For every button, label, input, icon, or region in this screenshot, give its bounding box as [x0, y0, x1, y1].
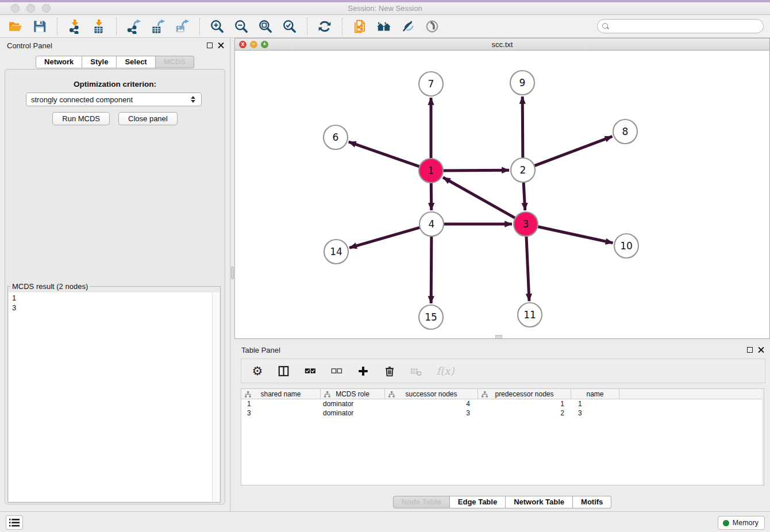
import-network-icon[interactable]: [63, 17, 87, 36]
splitter-grip[interactable]: [231, 267, 234, 279]
table-cell[interactable]: 1: [241, 399, 321, 408]
canvas-divider-grip[interactable]: [495, 335, 502, 338]
optimization-criterion-label: Optimization criterion:: [5, 80, 225, 88]
graph-node-10[interactable]: 10: [614, 234, 638, 258]
network-window-close-icon[interactable]: x: [239, 41, 247, 48]
tab-style[interactable]: Style: [82, 56, 117, 68]
table-cell[interactable]: 1: [478, 399, 571, 408]
save-session-icon[interactable]: [28, 17, 52, 36]
deselect-all-columns-icon[interactable]: [330, 364, 344, 378]
svg-text:14: 14: [330, 246, 342, 257]
tab-motifs[interactable]: Motifs: [573, 496, 611, 508]
table-cell[interactable]: 3: [571, 408, 619, 418]
edge-1-6[interactable]: [349, 142, 421, 167]
table-options-icon[interactable]: ⚙: [251, 364, 264, 378]
graph-node-2[interactable]: 2: [511, 158, 535, 182]
edge-4-15[interactable]: [431, 235, 432, 303]
edge-2-9[interactable]: [522, 97, 523, 159]
import-table-icon[interactable]: [87, 17, 111, 36]
graph-node-7[interactable]: 7: [419, 72, 443, 96]
zoom-fit-icon[interactable]: [253, 17, 278, 36]
table-cell[interactable]: 4: [385, 399, 478, 408]
table-cell[interactable]: 2: [478, 408, 571, 418]
vertical-splitter[interactable]: [230, 38, 234, 511]
refresh-layout-icon[interactable]: [313, 17, 337, 36]
graph-node-14[interactable]: 14: [324, 240, 348, 264]
edge-4-14[interactable]: [349, 227, 421, 248]
table-cell[interactable]: 3: [241, 408, 321, 418]
control-panel: Control Panel NetworkStyleSelectMCDS Opt…: [0, 38, 230, 511]
table-cell[interactable]: dominator: [321, 399, 385, 408]
zoom-out-icon[interactable]: [229, 17, 253, 36]
edge-2-3[interactable]: [523, 181, 525, 210]
cyndex-save-icon[interactable]: [396, 17, 420, 36]
main-toolbar: [0, 15, 770, 38]
tab-network-table[interactable]: Network Table: [506, 496, 573, 508]
list-icon: [9, 519, 20, 527]
network-window-minimize-icon[interactable]: −: [250, 41, 257, 48]
hide-graphics-icon[interactable]: [420, 17, 444, 36]
float-panel-icon[interactable]: [207, 43, 213, 48]
network-window-zoom-icon[interactable]: +: [261, 41, 268, 48]
export-image-icon[interactable]: [170, 17, 194, 36]
result-scrollbar[interactable]: [212, 292, 220, 502]
add-row-icon[interactable]: [356, 364, 370, 378]
zoom-selected-icon[interactable]: [278, 17, 302, 36]
graph-node-15[interactable]: 15: [419, 305, 443, 329]
tab-node-table[interactable]: Node Table: [393, 496, 450, 508]
export-table-icon[interactable]: [146, 17, 170, 36]
graph-node-11[interactable]: 11: [518, 303, 542, 327]
memory-button[interactable]: Memory: [718, 516, 765, 530]
graph-node-4[interactable]: 4: [419, 212, 444, 236]
graph-node-1[interactable]: 1: [419, 159, 443, 183]
home-network-icon[interactable]: [372, 17, 396, 36]
graph-node-3[interactable]: 3: [514, 212, 538, 236]
tab-select[interactable]: Select: [117, 56, 155, 68]
svg-text:4: 4: [429, 218, 435, 230]
close-table-panel-icon[interactable]: [758, 346, 764, 353]
edge-2-8[interactable]: [533, 136, 613, 166]
show-columns-icon[interactable]: [277, 364, 291, 378]
column-header-predecessor-nodes[interactable]: predecessor nodes: [478, 389, 571, 399]
tab-edge-table[interactable]: Edge Table: [450, 496, 506, 508]
table-cell[interactable]: 3: [385, 408, 478, 418]
application-window: Session: New Session Control Panel Netwo…: [0, 0, 770, 532]
edge-1-2[interactable]: [442, 170, 509, 171]
select-all-columns-icon[interactable]: [303, 364, 317, 378]
graph-node-6[interactable]: 6: [324, 125, 348, 149]
criterion-dropdown[interactable]: strongly connected component: [26, 92, 202, 106]
search-field[interactable]: [597, 19, 764, 33]
close-panel-icon[interactable]: [218, 42, 224, 48]
graph-node-9[interactable]: 9: [510, 71, 534, 95]
close-panel-button[interactable]: Close panel: [118, 112, 178, 125]
table-cell[interactable]: 1: [571, 399, 619, 408]
edge-3-10[interactable]: [537, 226, 613, 243]
edge-3-1[interactable]: [443, 178, 517, 219]
graph-node-8[interactable]: 8: [613, 119, 637, 144]
search-input[interactable]: [612, 21, 763, 32]
column-header-shared-name[interactable]: shared name: [241, 389, 321, 399]
network-canvas[interactable]: 7968124314101511: [234, 51, 770, 339]
open-ndex-icon[interactable]: [348, 17, 372, 36]
export-network-icon[interactable]: [122, 17, 146, 36]
mcds-result-area[interactable]: 1 3: [9, 292, 220, 502]
edge-1-4[interactable]: [431, 182, 432, 210]
attribute-tree-icon: [482, 391, 488, 398]
table-scrollbar[interactable]: [762, 389, 764, 485]
delete-row-icon[interactable]: [383, 364, 396, 378]
network-view-window: scc.txt x−+ 7968124314101511: [234, 38, 770, 339]
column-header-name[interactable]: name: [571, 389, 619, 399]
svg-text:2: 2: [520, 164, 526, 176]
table-row-1: 1dominator411: [241, 399, 764, 408]
column-header-MCDS-role[interactable]: MCDS role: [321, 389, 385, 399]
open-file-icon[interactable]: [3, 17, 28, 36]
column-header-successor-nodes[interactable]: successor nodes: [385, 389, 478, 399]
float-table-panel-icon[interactable]: [747, 347, 753, 353]
task-history-button[interactable]: [6, 515, 23, 530]
table-cell[interactable]: dominator: [321, 408, 385, 418]
run-mcds-button[interactable]: Run MCDS: [52, 112, 110, 125]
tab-mcds[interactable]: MCDS: [156, 56, 194, 68]
tab-network[interactable]: Network: [36, 56, 82, 68]
zoom-in-icon[interactable]: [205, 17, 229, 36]
edge-3-11[interactable]: [526, 235, 529, 301]
